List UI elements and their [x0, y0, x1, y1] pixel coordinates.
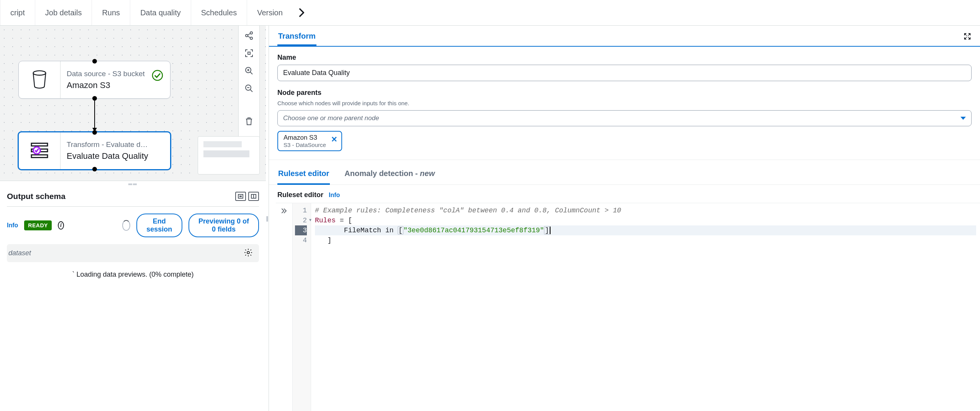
dataset-filter-input[interactable]: dataset — [8, 249, 31, 257]
expand-icon[interactable] — [963, 32, 972, 42]
job-tabs: cript Job details Runs Data quality Sche… — [0, 0, 980, 25]
share-icon[interactable] — [244, 31, 254, 40]
s3-bucket-icon — [29, 68, 50, 91]
ready-badge: READY — [24, 220, 52, 230]
output-schema-panel: Output schema Info READY i End session P… — [0, 187, 266, 411]
ruleset-info-link[interactable]: Info — [329, 192, 340, 199]
tab-runs[interactable]: Runs — [92, 0, 130, 25]
svg-point-8 — [250, 37, 252, 39]
gear-icon[interactable] — [244, 248, 253, 258]
fit-screen-icon[interactable] — [244, 49, 254, 58]
tab-version[interactable]: Version — [247, 0, 293, 25]
view-split-icon[interactable] — [248, 192, 259, 201]
code-text[interactable]: # Example rules: Completeness "colA" bet… — [311, 203, 980, 411]
parent-chip-title: Amazon S3 — [284, 134, 326, 142]
remove-chip-icon[interactable]: ✕ — [331, 135, 338, 144]
zoom-in-icon[interactable] — [244, 66, 254, 75]
svg-point-23 — [247, 251, 249, 254]
loading-status: ` Loading data previews. (0% complete) — [7, 271, 259, 279]
ruleset-editor-title: Ruleset editor — [277, 191, 323, 199]
svg-line-10 — [248, 36, 250, 38]
subtab-ruleset-editor[interactable]: Ruleset editor — [277, 166, 330, 185]
svg-point-7 — [246, 34, 248, 37]
parent-chip-sub: S3 - DataSource — [284, 142, 326, 148]
collapse-panel-icon[interactable] — [280, 207, 288, 216]
node-parents-label: Node parents — [277, 89, 972, 97]
caret-down-icon — [960, 117, 966, 120]
node-source-type: Data source - S3 bucket — [67, 70, 145, 78]
visual-canvas[interactable]: Data source - S3 bucket Amazon S3 — [0, 26, 266, 181]
node-parents-sub: Choose which nodes will provide inputs f… — [277, 100, 972, 106]
trash-icon[interactable] — [244, 117, 254, 126]
svg-rect-11 — [248, 52, 250, 54]
end-session-button[interactable]: End session — [136, 214, 182, 237]
name-label: Name — [277, 54, 972, 62]
horizontal-resize-handle[interactable]: ══ — [0, 181, 266, 187]
code-line-gutter: 1 2 3 4 ▼ — [293, 203, 311, 411]
svg-line-13 — [250, 72, 252, 74]
spinner-icon — [122, 220, 130, 231]
node-transform-dq[interactable]: Transform - Evaluate dat... Evaluate Dat… — [18, 131, 171, 170]
svg-point-6 — [250, 32, 252, 34]
tab-data-quality[interactable]: Data quality — [130, 0, 191, 25]
node-transform-type: Transform - Evaluate dat... — [67, 140, 151, 149]
tab-script[interactable]: cript — [0, 0, 35, 25]
vertical-resize-handle[interactable]: ‖ — [266, 26, 269, 411]
minimap[interactable] — [198, 136, 260, 175]
tabs-scroll-right-icon[interactable] — [296, 7, 307, 18]
tab-job-details[interactable]: Job details — [35, 0, 92, 25]
evaluate-dq-icon — [29, 140, 50, 162]
zoom-out-icon[interactable] — [244, 84, 254, 93]
output-schema-title: Output schema — [7, 192, 66, 201]
node-source-name: Amazon S3 — [67, 80, 145, 90]
svg-point-1 — [152, 70, 162, 80]
info-link[interactable]: Info — [7, 222, 18, 229]
name-input[interactable] — [277, 65, 972, 81]
node-parents-dropdown[interactable]: Choose one or more parent node — [277, 110, 972, 126]
edge — [94, 98, 95, 131]
right-tab-transform[interactable]: Transform — [277, 28, 316, 46]
svg-line-17 — [250, 90, 252, 92]
info-circle-icon[interactable]: i — [58, 221, 64, 230]
node-transform-name: Evaluate Data Quality — [67, 151, 151, 161]
node-source-s3[interactable]: Data source - S3 bucket Amazon S3 — [18, 61, 170, 99]
svg-line-9 — [248, 34, 250, 35]
svg-rect-2 — [31, 143, 48, 146]
check-circle-icon — [152, 70, 163, 81]
svg-point-0 — [33, 71, 46, 75]
tab-schedules[interactable]: Schedules — [191, 0, 247, 25]
subtab-anomaly-detection[interactable]: Anomaly detection - new — [344, 166, 436, 184]
parent-chip-amazon-s3: Amazon S3 S3 - DataSource ✕ — [277, 131, 342, 151]
ruleset-code-editor[interactable]: 1 2 3 4 ▼ # Example rules: Completeness … — [276, 203, 980, 411]
view-single-icon[interactable] — [235, 192, 246, 201]
svg-rect-4 — [31, 155, 48, 157]
svg-rect-20 — [239, 196, 242, 197]
previewing-button[interactable]: Previewing 0 of 0 fields — [188, 214, 259, 237]
